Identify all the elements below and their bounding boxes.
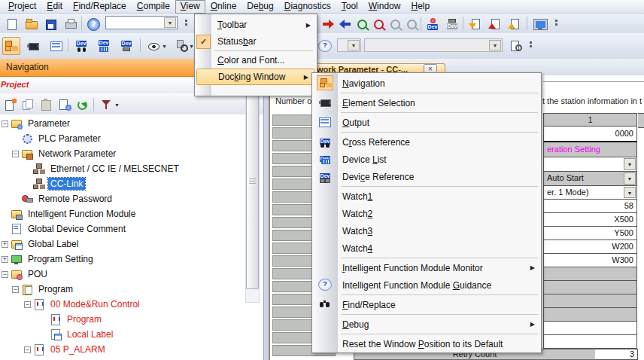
element-selection-icon[interactable] [25,37,43,55]
new-item-icon[interactable] [2,96,20,114]
grid-cell[interactable]: ▼ [543,157,637,172]
tree-item-label[interactable]: Remote Password [36,193,114,205]
chevron-down-icon[interactable]: ▼ [624,158,636,170]
expand-toggle-icon[interactable]: − [12,151,19,157]
tree-item[interactable]: PLC Parameter [0,131,263,146]
window-select-combobox[interactable]: ▼ [105,16,178,29]
print-icon[interactable] [62,15,80,33]
submenu-item[interactable]: Dev? Watch4 ▶ [312,239,541,257]
grid-cell[interactable]: 0000▼ [543,127,637,142]
copy-icon[interactable] [20,96,38,114]
submenu-item[interactable]: Dev? Intelligent Function Module Guidanc… [312,276,541,294]
grid-cell[interactable]: 58▼ [543,200,637,213]
grid-cell[interactable]: W200▼ [543,240,637,254]
tree-item-label[interactable]: Network Parameter [36,148,118,160]
grid-cell[interactable]: W300▼ [543,254,637,267]
find-in-document-icon[interactable] [507,37,525,55]
grid-cell[interactable]: ▼ [543,294,637,308]
chevron-down-icon[interactable]: ▼ [164,17,176,28]
navigation-window-icon[interactable] [2,37,20,55]
save-project-icon[interactable] [42,15,60,33]
open-project-icon[interactable] [23,15,41,33]
expand-toggle-icon[interactable]: − [2,121,8,127]
help-icon[interactable]: ? [84,15,102,33]
ifm-guidance-icon[interactable]: ? [316,37,334,55]
menu-item[interactable]: View [175,0,205,14]
grid-cell[interactable]: ▼ [543,308,637,322]
menu-item[interactable]: Edit [41,0,68,14]
tree-item[interactable]: CC-Link [0,176,263,191]
scrollbar-thumb[interactable] [246,72,259,289]
refresh-icon[interactable] [74,96,92,114]
tree-item[interactable]: + Global Label [0,236,263,252]
grid-cell[interactable]: X500▼ [543,213,637,227]
grid-cell[interactable]: ▼ [543,322,637,335]
menu-item[interactable]: Compile [132,0,175,14]
output-window-icon[interactable] [47,37,65,55]
chevron-down-icon[interactable]: ▼ [624,172,636,185]
menu-item[interactable]: Project [3,0,41,14]
grid-cell[interactable]: ▼ [543,267,637,281]
toolbar-overflow-icon[interactable] [184,18,189,30]
expand-toggle-icon[interactable]: − [24,346,31,353]
tree-item-label[interactable]: Local Label [65,328,115,340]
tree-item-label[interactable]: Parameter [26,117,72,130]
watch-window-icon[interactable]: ▼ [144,37,170,55]
stop-monitor-icon[interactable] [369,15,387,33]
tree-item-label[interactable]: Program [36,283,75,295]
transfer-setup-icon[interactable] [486,15,504,33]
view-menu-item[interactable]: ✓ Color and Font... ▶ [195,52,317,69]
submenu-item[interactable]: Dev? Watch3 ▶ [312,222,541,239]
grid-cell[interactable]: ▼ [543,281,637,294]
grid-cell[interactable]: Auto Start▼ [543,172,637,186]
menu-item[interactable]: Debug [242,0,278,14]
tree-item[interactable]: − POU [0,267,263,282]
tree-item[interactable]: − Program [0,282,263,297]
chevron-down-icon[interactable]: ▼ [624,187,636,198]
tree-item-label[interactable]: Global Label [26,238,80,250]
submenu-item[interactable]: Dev? Intelligent Function Module Monitor… [312,259,541,276]
tree-item-label[interactable]: Ethernet / CC IE / MELSECNET [48,163,181,175]
view-menu-item[interactable]: ✓ Statusbar ▶ [195,33,317,50]
tree-item-label[interactable]: Global Device Comment [26,223,128,235]
menu-item[interactable]: Online [205,0,242,14]
sort-filter-icon[interactable]: ▼ [98,96,122,114]
expand-toggle-icon[interactable]: − [2,271,8,278]
menu-item[interactable]: Tool [336,0,363,14]
tree-item[interactable]: Local Label [0,327,263,342]
device-find-icon[interactable]: ▼ [173,37,196,55]
submenu-item[interactable]: Dev? Debug ▶ [312,316,541,333]
tree-item-label[interactable]: Program Setting [26,253,96,265]
grid-cell[interactable]: eration Setting▼ [543,142,637,157]
expand-toggle-icon[interactable]: + [2,256,8,263]
menu-item[interactable]: Window [363,0,406,14]
expand-toggle-icon[interactable]: − [24,301,31,308]
monitor-mode-icon[interactable] [531,15,549,33]
menu-item[interactable]: Help [406,0,435,14]
view-menu-item[interactable]: ✓ Docking Window ▶ [196,69,315,85]
property-icon[interactable] [56,96,74,114]
tree-item[interactable]: Program [0,312,263,327]
submenu-item[interactable]: Dev? Find/Replace ▶ [312,296,541,313]
tree-item[interactable]: + Program Setting [0,252,263,267]
download-comment-icon[interactable] [466,15,485,33]
submenu-item[interactable]: Dev? Navigation ▶ [312,75,541,92]
device-list-icon[interactable]: Dev [95,37,113,55]
tree-item-label[interactable]: POU [26,268,50,280]
retry-count-value-cell[interactable]: 3 [595,349,638,360]
submenu-item[interactable]: Dev? Cross Reference ▶ [312,133,541,151]
tree-item-label[interactable]: PLC Parameter [36,133,103,145]
submenu-item[interactable]: Dev? Watch2 ▶ [312,205,541,222]
grid-cell[interactable]: er. 1 Mode)▼ [543,186,637,200]
cross-reference-icon[interactable]: Dev [72,37,90,55]
expand-toggle-icon[interactable]: + [2,241,8,248]
submenu-item[interactable]: Dev? Output ▶ [312,114,541,131]
tree-item[interactable]: − 00 Mode&Run Control [0,297,263,312]
tree-item[interactable]: − Parameter [0,116,263,131]
tree-item[interactable]: − 05 P_ALARM [0,342,263,357]
tree-item[interactable]: Remote Password [0,191,263,206]
start-monitor-icon[interactable] [353,15,371,33]
device-reference-icon[interactable]: Dev [117,37,135,55]
toolbar-overflow-icon[interactable] [528,40,533,52]
tree-item[interactable]: Global Device Comment [0,221,263,236]
